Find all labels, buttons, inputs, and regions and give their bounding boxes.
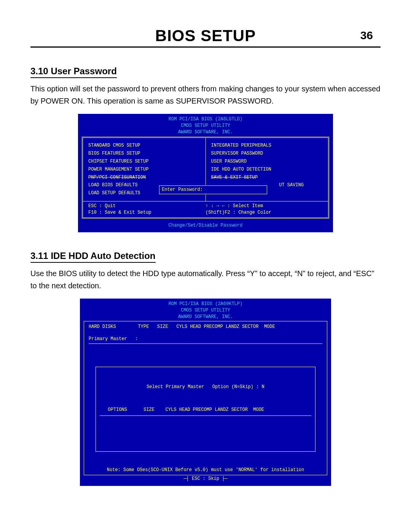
menu-item-pnp-pci: PNP/PCI CONFIGURATION (88, 174, 200, 181)
bios2-title-line3: AWARD SOFTWARE, INC. (80, 314, 331, 320)
hint-f10-save: F10 : Save & Exit Setup (88, 209, 206, 216)
bios2-title-line2: CMOS SETUP UTILITY (80, 307, 331, 314)
bios2-title-line1: ROM PCI/ISA BIOS (2A69KTLP) (80, 301, 331, 307)
section-body-user-password: This option will set the password to pre… (30, 83, 381, 107)
section-body-ide-hdd: Use the BIOS utility to detect the HDD t… (30, 267, 381, 292)
menu-item-integrated-peripherals: INTEGRATED PERIPHERALS (211, 142, 323, 149)
page-title: BIOS SETUP (155, 27, 256, 45)
menu-item-ide-hdd-auto: IDE HDD AUTO DETECTION (211, 166, 323, 173)
page-header: BIOS SETUP (30, 27, 381, 48)
menu-item-bios-features: BIOS FEATURES SETUP (88, 150, 200, 157)
hdd-esc-skip: ─┤ ESC : Skip ├─ (80, 476, 331, 482)
hdd-options-header: OPTIONS SIZE CYLS HEAD PRECOMP LANDZ SEC… (100, 407, 311, 416)
bios-screenshot-ide-hdd: ROM PCI/ISA BIOS (2A69KTLP) CMOS SETUP U… (80, 299, 331, 486)
hint-shift-f2: (Shift)F2 : Change Color (206, 209, 323, 216)
bios-title-line3: AWARD SOFTWARE, INC. (78, 129, 333, 136)
section-heading-user-password: 3.10 User Password (30, 66, 117, 78)
hint-esc-quit: ESC : Quit (88, 203, 206, 209)
menu-item-supervisor-password: SUPERVISOR PASSWORD (211, 150, 323, 157)
bios-title-line1: ROM PCI/ISA BIOS (2A6LGTLD) (78, 116, 333, 123)
menu-item-chipset-features: CHIPSET FEATURES SETUP (88, 158, 200, 165)
hdd-table-header: HARD DISKS TYPE SIZE CYLS HEAD PRECOMP L… (89, 324, 322, 333)
menu-item-power-mgmt: POWER MANAGEMENT SETUP (88, 166, 200, 173)
hdd-select-prompt: Select Primary Master Option (N=Skip) : … (100, 384, 311, 390)
bios-screenshot-user-password: ROM PCI/ISA BIOS (2A6LGTLD) CMOS SETUP U… (78, 114, 333, 232)
bios-bottom-hint: Change/Set/Disable Password (78, 222, 333, 229)
enter-password-popup: Enter Password: (159, 185, 267, 194)
page-number: 36 (360, 29, 373, 42)
hdd-note: Note: Some OSes(SCO-UNIX Before v5.0) mu… (89, 467, 322, 473)
hdd-primary-master-row: Primary Master : (89, 336, 322, 344)
hdd-option-box: Select Primary Master Option (N=Skip) : … (96, 367, 315, 452)
menu-item-save-exit: SAVE & EXIT SETUP (211, 174, 323, 181)
menu-item-user-password: USER PASSWORD (211, 158, 323, 165)
section-heading-ide-hdd: 3.11 IDE HDD Auto Detection (30, 251, 156, 263)
menu-item-standard-cmos: STANDARD CMOS SETUP (88, 142, 200, 149)
bios-title-line2: CMOS SETUP UTILITY (78, 123, 333, 129)
hint-arrows: ↑ ↓ → ← : Select Item (206, 203, 323, 209)
